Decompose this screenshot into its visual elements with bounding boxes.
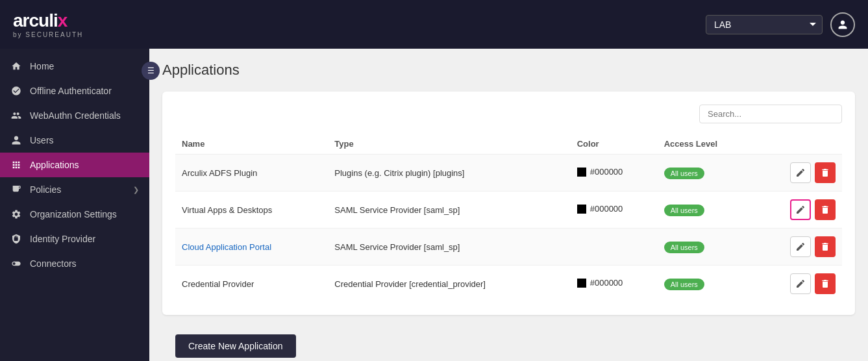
col-name: Name xyxy=(175,134,328,155)
access-badge: All users xyxy=(664,242,704,253)
sidebar: ☰ Home Offline Authenticator WebAuthn Cr… xyxy=(0,49,149,361)
color-swatch: #000000 xyxy=(577,167,623,177)
environment-select[interactable]: LAB PROD DEV xyxy=(706,15,823,34)
color-box xyxy=(577,279,586,288)
edit-button[interactable] xyxy=(790,273,811,294)
delete-button[interactable] xyxy=(815,199,836,220)
topbar-right: LAB PROD DEV xyxy=(706,12,855,37)
topbar: arculix by SECUREAUTH LAB PROD DEV xyxy=(0,0,868,49)
cell-type: Credential Provider [credential_provider… xyxy=(328,266,570,303)
trash-icon xyxy=(820,242,830,252)
table-row: Cloud Application PortalSAML Service Pro… xyxy=(175,229,842,266)
applications-table: Name Type Color Access Level Arculix ADF… xyxy=(175,134,842,302)
policies-arrow-icon: ❯ xyxy=(133,186,139,194)
search-input[interactable] xyxy=(699,105,842,123)
cell-access: All users xyxy=(658,266,756,303)
sidebar-item-home-label: Home xyxy=(30,61,54,71)
row-actions xyxy=(762,199,836,220)
row-actions xyxy=(762,162,836,183)
sidebar-item-policies-label: Policies xyxy=(30,184,61,195)
home-icon xyxy=(10,60,22,72)
sidebar-item-applications-label: Applications xyxy=(30,160,79,170)
sidebar-collapse-button[interactable]: ☰ xyxy=(142,62,160,80)
cell-type: SAML Service Provider [saml_sp] xyxy=(328,192,570,229)
sidebar-item-policies[interactable]: Policies ❯ xyxy=(0,177,149,202)
row-actions xyxy=(762,236,836,257)
logo-text: arculix xyxy=(13,10,83,31)
color-swatch: #000000 xyxy=(577,204,623,214)
connectors-icon xyxy=(10,258,22,269)
sidebar-item-connectors-label: Connectors xyxy=(30,258,77,269)
cell-color: #000000 xyxy=(571,155,658,192)
cell-name: Cloud Application Portal xyxy=(175,229,328,266)
policies-icon xyxy=(10,184,22,195)
search-row xyxy=(175,105,842,123)
color-label: #000000 xyxy=(590,167,623,177)
cell-name: Arculix ADFS Plugin xyxy=(175,155,328,192)
cell-access: All users xyxy=(658,192,756,229)
logo: arculix by SECUREAUTH xyxy=(13,10,83,38)
col-type: Type xyxy=(328,134,570,155)
sidebar-item-webauthn-label: WebAuthn Credentials xyxy=(30,110,121,121)
pencil-icon xyxy=(795,242,806,252)
users-icon xyxy=(10,134,22,146)
color-label: #000000 xyxy=(590,278,623,288)
edit-button[interactable] xyxy=(790,162,811,183)
color-swatch: #000000 xyxy=(577,278,623,288)
delete-button[interactable] xyxy=(815,236,836,257)
user-icon xyxy=(837,19,848,30)
delete-button[interactable] xyxy=(815,162,836,183)
access-badge: All users xyxy=(664,205,704,216)
org-settings-icon xyxy=(10,208,22,220)
user-profile-button[interactable] xyxy=(830,12,855,37)
col-actions xyxy=(756,134,842,155)
cell-color: #000000 xyxy=(571,266,658,303)
cell-access: All users xyxy=(658,229,756,266)
color-box xyxy=(577,205,586,214)
sidebar-item-offline-auth[interactable]: Offline Authenticator xyxy=(0,79,149,103)
cell-type: SAML Service Provider [saml_sp] xyxy=(328,229,570,266)
table-row: Arculix ADFS PluginPlugins (e.g. Citrix … xyxy=(175,155,842,192)
sidebar-item-webauthn[interactable]: WebAuthn Credentials xyxy=(0,103,149,128)
sidebar-item-users[interactable]: Users xyxy=(0,128,149,153)
trash-icon xyxy=(820,279,830,289)
cell-actions xyxy=(756,155,842,192)
sidebar-item-identity-provider[interactable]: Identity Provider xyxy=(0,227,149,251)
delete-button[interactable] xyxy=(815,273,836,294)
edit-button[interactable] xyxy=(790,236,811,257)
cell-name: Virtual Apps & Desktops xyxy=(175,192,328,229)
sidebar-item-home[interactable]: Home xyxy=(0,54,149,79)
cell-actions xyxy=(756,266,842,303)
cell-actions xyxy=(756,192,842,229)
table-row: Credential ProviderCredential Provider [… xyxy=(175,266,842,303)
cell-actions xyxy=(756,229,842,266)
applications-card: Name Type Color Access Level Arculix ADF… xyxy=(162,92,855,315)
access-badge: All users xyxy=(664,168,704,179)
cell-color: #000000 xyxy=(571,192,658,229)
offline-auth-icon xyxy=(10,85,22,97)
page-title: Applications xyxy=(162,62,855,79)
cell-color xyxy=(571,229,658,266)
cell-name: Credential Provider xyxy=(175,266,328,303)
edit-button[interactable] xyxy=(790,199,811,220)
sidebar-item-org-settings[interactable]: Organization Settings xyxy=(0,202,149,227)
app-name-link[interactable]: Cloud Application Portal xyxy=(182,242,271,252)
row-actions xyxy=(762,273,836,294)
table-row: Virtual Apps & DesktopsSAML Service Prov… xyxy=(175,192,842,229)
applications-icon xyxy=(10,159,22,171)
bottom-bar: Create New Application xyxy=(162,325,855,361)
col-color: Color xyxy=(571,134,658,155)
sidebar-item-applications[interactable]: Applications xyxy=(0,153,149,177)
sidebar-item-org-settings-label: Organization Settings xyxy=(30,209,117,219)
logo-sub: by SECUREAUTH xyxy=(13,31,83,38)
create-new-application-button[interactable]: Create New Application xyxy=(175,334,296,358)
main-layout: ☰ Home Offline Authenticator WebAuthn Cr… xyxy=(0,49,868,361)
sidebar-item-connectors[interactable]: Connectors xyxy=(0,251,149,276)
sidebar-item-users-label: Users xyxy=(30,135,54,145)
sidebar-item-identity-provider-label: Identity Provider xyxy=(30,234,95,244)
pencil-icon xyxy=(795,279,806,289)
cell-access: All users xyxy=(658,155,756,192)
trash-icon xyxy=(820,205,830,215)
col-access: Access Level xyxy=(658,134,756,155)
sidebar-item-offline-label: Offline Authenticator xyxy=(30,86,112,96)
